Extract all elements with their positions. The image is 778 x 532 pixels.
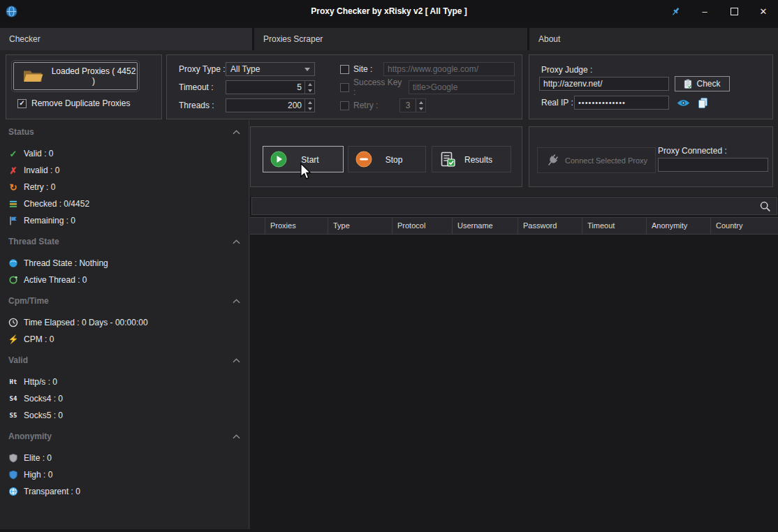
threads-row: Threads : [179, 98, 315, 112]
https-count-item: Ht Http/s : 0 [0, 374, 249, 390]
table-body[interactable] [250, 235, 778, 532]
time-elapsed-label: Time Elapsed : 0 Days - 00:00:00 [24, 318, 148, 327]
chevron-up-icon[interactable] [233, 434, 240, 439]
socks4-icon: S4 [7, 395, 20, 402]
timeout-input[interactable] [226, 81, 304, 94]
active-thread-label: Active Thread : 0 [24, 275, 87, 285]
lightning-icon: ⚡ [7, 335, 20, 343]
column-header-anonymity[interactable]: Anonymity [647, 218, 711, 234]
column-header-country[interactable]: Country [711, 218, 778, 234]
threads-input[interactable] [226, 99, 304, 112]
https-icon: Ht [7, 378, 20, 385]
column-header-type[interactable]: Type [328, 218, 392, 234]
thread-state-icon [7, 258, 20, 268]
transparent-count-item: Transparent : 0 [0, 483, 249, 500]
maximize-icon [731, 8, 738, 15]
retry-checkbox[interactable] [340, 101, 349, 110]
proxy-connected-input[interactable] [658, 158, 768, 172]
copy-ip-icon[interactable] [698, 97, 708, 109]
remove-duplicates-label: Remove Duplicate Proxies [31, 98, 130, 108]
success-key-input[interactable] [409, 80, 515, 94]
socks4-count-label: Socks4 : 0 [24, 394, 63, 404]
tab-about-label: About [538, 34, 560, 44]
real-ip-label: Real IP : [541, 98, 574, 108]
chevron-down-icon [304, 68, 310, 71]
results-button[interactable]: Results [432, 146, 511, 172]
column-header-username[interactable]: Username [453, 218, 518, 234]
status-invalid-label: Invalid : 0 [24, 165, 59, 175]
spin-down-icon[interactable] [305, 87, 314, 94]
section-header-thread-state[interactable]: Thread State [8, 235, 240, 248]
invalid-cross-icon: ✗ [7, 166, 20, 175]
elite-shield-icon [7, 453, 20, 463]
search-icon[interactable] [754, 200, 777, 212]
timeout-row: Timeout : [179, 80, 315, 94]
chevron-up-icon[interactable] [233, 299, 240, 304]
pin-button[interactable] [661, 0, 690, 22]
elite-count-label: Elite : 0 [24, 453, 52, 463]
section-header-anonymity[interactable]: Anonymity [8, 430, 240, 443]
start-button[interactable]: Start [263, 146, 344, 172]
valid-check-icon: ✓ [7, 149, 20, 158]
timeout-spin-buttons[interactable] [304, 81, 314, 94]
retry-icon: ↻ [7, 183, 20, 192]
retry-input[interactable] [400, 99, 416, 112]
spin-down-icon[interactable] [305, 105, 314, 112]
window-bottom-edge [0, 529, 778, 532]
stop-button[interactable]: Stop [348, 146, 426, 172]
spin-down-icon[interactable] [416, 105, 425, 112]
remove-duplicates-checkbox[interactable]: ✓ Remove Duplicate Proxies [17, 98, 130, 108]
proxy-connected-label: Proxy Connected : [658, 146, 727, 156]
success-key-checkbox[interactable] [340, 83, 349, 92]
column-header-proxies[interactable]: Proxies [265, 218, 328, 234]
section-header-status[interactable]: Status [8, 126, 240, 138]
clipboard-check-icon [684, 79, 692, 89]
section-cpm-time-title: Cpm/Time [8, 296, 49, 306]
retry-spin-buttons[interactable] [416, 99, 425, 112]
close-button[interactable]: ✕ [749, 0, 778, 22]
chevron-up-icon[interactable] [233, 239, 240, 244]
connect-selected-proxy-button[interactable]: Connect Selected Proxy [537, 147, 656, 173]
timeout-label: Timeout : [179, 82, 226, 92]
proxy-type-select[interactable]: All Type [226, 62, 315, 76]
folder-icon [22, 68, 43, 84]
real-ip-row: Real IP : [541, 96, 708, 110]
search-bar [251, 197, 777, 215]
minimize-button[interactable]: – [690, 0, 719, 22]
results-table-area: Proxies Type Protocol Username Password … [250, 196, 778, 532]
retry-row: Retry : [340, 98, 515, 112]
maximize-button[interactable] [719, 0, 749, 22]
column-header-protocol[interactable]: Protocol [392, 218, 453, 234]
chevron-up-icon[interactable] [233, 130, 240, 135]
proxy-judge-label: Proxy Judge : [541, 65, 592, 75]
spin-up-icon[interactable] [305, 81, 314, 87]
tab-checker[interactable]: Checker [0, 28, 252, 50]
site-input[interactable] [383, 62, 515, 76]
cpm-item: ⚡ CPM : 0 [0, 331, 249, 348]
status-checked-item: Checked : 0/4452 [0, 195, 249, 212]
tab-about[interactable]: About [529, 28, 778, 50]
section-header-valid[interactable]: Valid [8, 354, 240, 367]
search-input[interactable] [252, 201, 754, 211]
spin-up-icon[interactable] [416, 99, 425, 105]
show-ip-eye-icon[interactable] [677, 98, 690, 108]
check-judge-button[interactable]: Check [675, 76, 730, 91]
site-label: Site : [353, 64, 379, 74]
section-header-cpm-time[interactable]: Cpm/Time [8, 295, 240, 307]
chevron-up-icon[interactable] [233, 358, 240, 363]
real-ip-field[interactable] [574, 96, 669, 110]
loaded-proxies-panel: Loaded Proxies ( 4452 ) ✓ Remove Duplica… [6, 54, 162, 119]
column-header-timeout[interactable]: Timeout [582, 218, 647, 234]
socks5-count-item: S5 Socks5 : 0 [0, 407, 249, 424]
column-header-password[interactable]: Password [518, 218, 582, 234]
site-checkbox[interactable]: ✓ [340, 65, 349, 74]
check-judge-label: Check [696, 79, 720, 89]
socks5-count-label: Socks5 : 0 [24, 411, 63, 420]
threads-spin-buttons[interactable] [304, 99, 314, 112]
load-proxies-button[interactable]: Loaded Proxies ( 4452 ) [13, 62, 138, 90]
checkbox-icon: ✓ [17, 99, 27, 108]
proxy-judge-input[interactable] [539, 77, 669, 91]
tab-proxies-scraper[interactable]: Proxies Scraper [254, 28, 527, 50]
plug-icon [545, 154, 559, 168]
spin-up-icon[interactable] [305, 99, 314, 105]
